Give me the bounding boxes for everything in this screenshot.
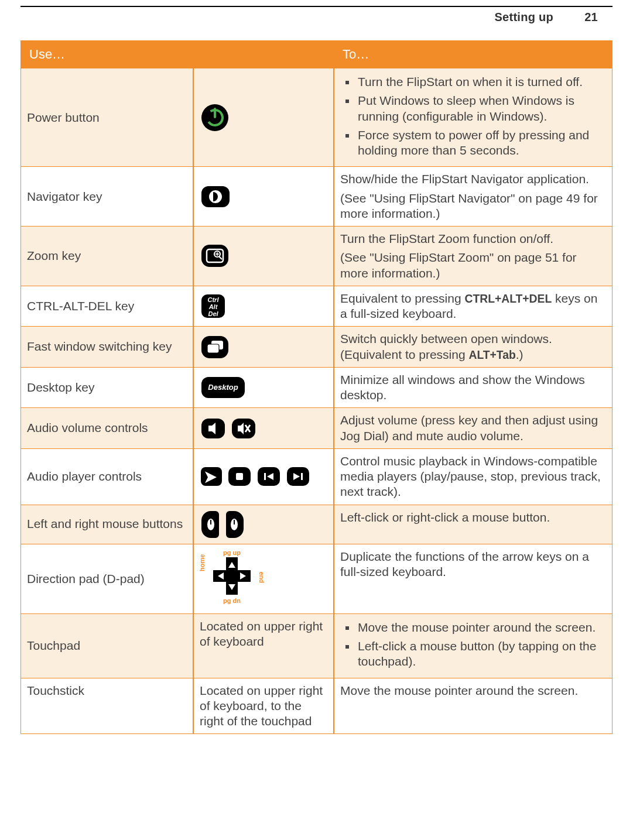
page-number: 21 [557, 11, 598, 24]
row-desc: Duplicate the functions of the arrow key… [334, 544, 613, 614]
table-row: Touchpad Located on upper right of keybo… [20, 614, 613, 678]
svg-marker-11 [238, 423, 244, 434]
row-label: CTRL-ALT-DEL key [20, 286, 193, 327]
table-row: Zoom key Turn the FlipStart Zoom functio [20, 227, 613, 286]
power-icon [201, 104, 228, 131]
desktop-icon: Desktop [201, 377, 245, 398]
mute-icon [232, 419, 255, 438]
table-row: Power button Turn the FlipStart on when … [20, 68, 613, 167]
row-label: Power button [20, 68, 193, 167]
play-pause-icon [201, 467, 222, 486]
left-mouse-icon [201, 511, 219, 538]
running-head: Setting up 21 [20, 11, 613, 24]
right-mouse-icon [226, 511, 244, 538]
row-location: Located on upper right of keyboard [193, 614, 334, 678]
row-desc: Move the mouse pointer around the screen… [334, 678, 613, 735]
prev-track-icon [258, 467, 280, 486]
row-label: Left and right mouse buttons [20, 505, 193, 544]
table-row: Audio player controls [20, 449, 613, 505]
svg-marker-16 [267, 473, 273, 480]
row-label: Desktop key [20, 368, 193, 409]
row-label: Audio volume controls [20, 408, 193, 449]
ctrl-alt-del-icon: Ctrl Alt Del [201, 294, 225, 318]
zoom-icon [201, 245, 228, 267]
col-header-use: Use… [20, 40, 334, 68]
row-label: Audio player controls [20, 449, 193, 505]
table-row: Navigator key Show/hide the FlipStart Na… [20, 167, 613, 227]
row-label: Navigator key [20, 167, 193, 227]
row-desc: Turn the FlipStart Zoom function on/off.… [334, 227, 613, 286]
reference-table: Use… To… Power button Tu [20, 40, 613, 734]
row-desc: Adjust volume (press key and then adjust… [334, 408, 613, 449]
row-desc: Switch quickly between open windows. (Eq… [334, 327, 613, 368]
next-track-icon [287, 467, 309, 486]
navigator-icon [201, 186, 230, 207]
row-desc: Control music playback in Windows-compat… [334, 449, 613, 505]
stop-icon [228, 467, 251, 486]
row-label: Touchstick [20, 678, 193, 735]
svg-marker-17 [293, 473, 300, 480]
svg-rect-15 [264, 473, 266, 480]
col-header-to: To… [334, 40, 613, 68]
row-label: Touchpad [20, 614, 193, 678]
row-label: Fast window switching key [20, 327, 193, 368]
row-location: Located on upper right of keyboard, to t… [193, 678, 334, 735]
section-title: Setting up [494, 11, 553, 23]
table-row: Desktop key Desktop Minimize all windows… [20, 368, 613, 409]
svg-marker-10 [208, 423, 215, 434]
row-label: Zoom key [20, 227, 193, 286]
row-desc: Left-click or right-click a mouse button… [334, 505, 613, 544]
row-desc: Minimize all windows and show the Window… [334, 368, 613, 409]
window-switch-icon [201, 336, 228, 358]
row-label: Direction pad (D-pad) [20, 544, 193, 614]
svg-rect-9 [207, 344, 219, 353]
table-row: Audio volume controls [20, 408, 613, 449]
table-row: Fast window switching key Switch quickly… [20, 327, 613, 368]
table-row: Direction pad (D-pad) pg up pg dn home e… [20, 544, 613, 614]
row-desc: Show/hide the FlipStart Navigator applic… [334, 167, 613, 227]
svg-line-5 [219, 256, 222, 259]
dpad-icon: pg up pg dn home end [200, 549, 264, 605]
table-row: Left and right mouse buttons [20, 505, 613, 544]
svg-rect-18 [301, 473, 303, 480]
table-row: CTRL-ALT-DEL key Ctrl Alt Del Equivalent… [20, 286, 613, 327]
svg-rect-14 [236, 473, 243, 480]
volume-icon [201, 419, 225, 438]
table-row: Touchstick Located on upper right of key… [20, 678, 613, 735]
row-desc: Turn the FlipStart on when it is turned … [334, 68, 613, 167]
row-desc: Equivalent to pressing CTRL+ALT+DEL keys… [334, 286, 613, 327]
row-desc: Move the mouse pointer around the screen… [334, 614, 613, 678]
